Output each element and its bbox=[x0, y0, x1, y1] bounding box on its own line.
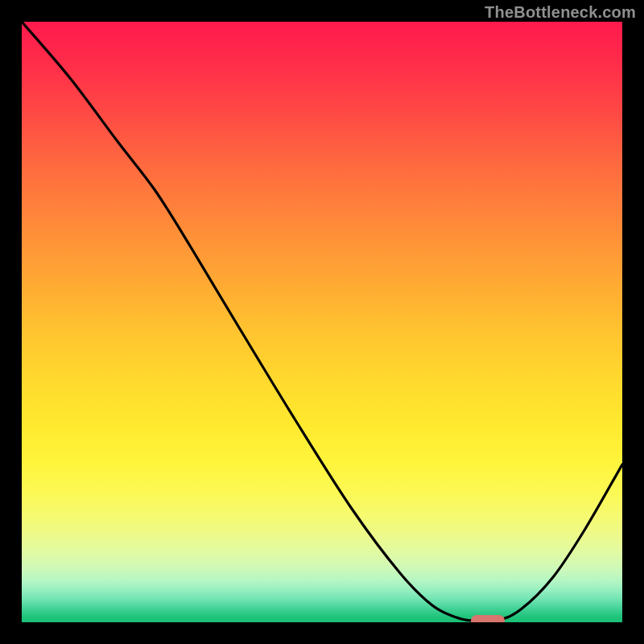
plot-area bbox=[22, 22, 622, 622]
watermark-text: TheBottleneck.com bbox=[485, 3, 636, 22]
bottleneck-curve bbox=[22, 22, 622, 621]
optimal-marker bbox=[471, 615, 505, 622]
chart-frame: TheBottleneck.com bbox=[0, 0, 644, 644]
curve-layer bbox=[22, 22, 622, 622]
